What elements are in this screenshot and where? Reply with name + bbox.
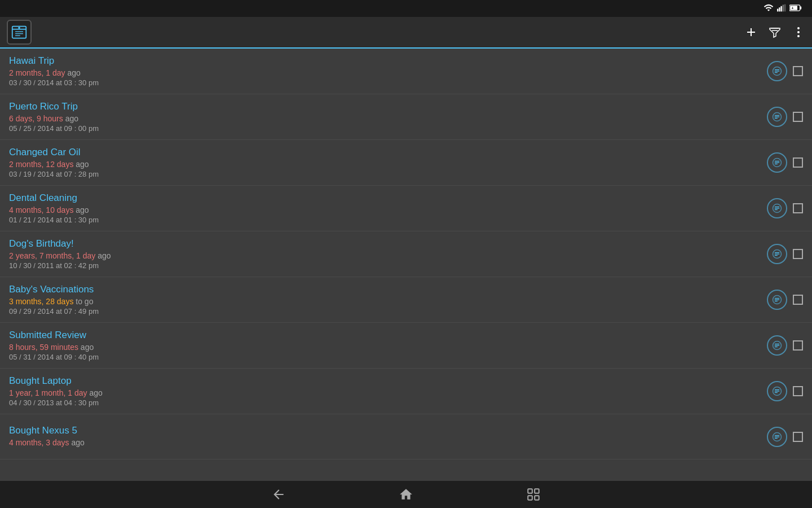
event-actions (767, 381, 803, 401)
back-button[interactable] (271, 487, 286, 502)
relative-suffix: ago (89, 388, 102, 397)
event-item-3[interactable]: Changed Car Oil 2 months, 12 days ago 03… (0, 140, 812, 186)
svg-point-14 (18, 27, 20, 29)
relative-highlight: 8 hours, 59 minutes (9, 343, 78, 352)
svg-rect-0 (777, 8, 778, 11)
relative-suffix: ago (65, 114, 78, 123)
relative-highlight: 4 months, 3 days (9, 438, 69, 447)
event-actions (767, 335, 803, 356)
event-checkbox-5[interactable] (793, 249, 803, 259)
notes-button-2[interactable] (767, 107, 787, 127)
event-checkbox-1[interactable] (793, 66, 803, 76)
event-title: Baby's Vaccinations (9, 284, 760, 295)
event-title: Bought Laptop (9, 375, 760, 387)
event-actions (767, 107, 803, 127)
event-item-8[interactable]: Bought Laptop 1 year, 1 month, 1 day ago… (0, 369, 812, 414)
bottom-nav (0, 481, 812, 508)
svg-rect-56 (528, 489, 532, 493)
svg-text:+: + (791, 6, 793, 10)
event-title: Bought Nexus 5 (9, 425, 760, 436)
event-item-1[interactable]: Hawai Trip 2 months, 1 day ago 03 / 30 /… (0, 49, 812, 94)
notes-button-9[interactable] (767, 427, 787, 447)
event-datetime: 09 / 29 / 2014 at 07 : 49 pm (9, 307, 760, 316)
svg-rect-58 (535, 496, 539, 500)
svg-rect-1 (779, 7, 780, 11)
event-item-7[interactable]: Submitted Review 8 hours, 59 minutes ago… (0, 323, 812, 369)
event-actions (767, 290, 803, 310)
svg-point-19 (797, 35, 800, 37)
relative-suffix: ago (68, 68, 81, 77)
notes-button-1[interactable] (767, 61, 787, 81)
event-datetime: 03 / 30 / 2014 at 03 : 30 pm (9, 78, 760, 87)
event-relative-time: 6 days, 9 hours ago (9, 114, 760, 123)
relative-suffix: ago (81, 343, 94, 352)
relative-highlight: 1 year, 1 month, 1 day (9, 388, 87, 397)
filter-button[interactable] (768, 25, 782, 39)
event-checkbox-7[interactable] (793, 340, 803, 351)
svg-rect-2 (780, 6, 782, 11)
relative-highlight: 6 days, 9 hours (9, 114, 63, 123)
notes-button-7[interactable] (767, 335, 787, 356)
event-checkbox-6[interactable] (793, 295, 803, 305)
relative-highlight: 4 months, 10 days (9, 205, 73, 214)
svg-rect-3 (783, 5, 784, 11)
event-datetime: 05 / 25 / 2014 at 09 : 00 pm (9, 124, 760, 133)
notes-button-5[interactable] (767, 244, 787, 264)
event-actions (767, 61, 803, 81)
event-info: Bought Nexus 5 4 months, 3 days ago (9, 425, 760, 448)
svg-rect-59 (528, 496, 532, 500)
notes-button-3[interactable] (767, 152, 787, 173)
event-actions (767, 198, 803, 218)
event-title: Dental Cleaning (9, 192, 760, 204)
event-datetime: 05 / 31 / 2014 at 09 : 40 pm (9, 353, 760, 361)
event-relative-time: 4 months, 10 days ago (9, 205, 760, 214)
event-checkbox-8[interactable] (793, 386, 803, 396)
event-datetime: 01 / 21 / 2014 at 01 : 30 pm (9, 216, 760, 224)
battery-icon: + (789, 5, 802, 13)
event-relative-time: 8 hours, 59 minutes ago (9, 343, 760, 352)
event-item-9[interactable]: Bought Nexus 5 4 months, 3 days ago (0, 414, 812, 459)
event-checkbox-3[interactable] (793, 157, 803, 168)
events-list: Hawai Trip 2 months, 1 day ago 03 / 30 /… (0, 49, 812, 481)
event-title: Changed Car Oil (9, 147, 760, 158)
event-item-5[interactable]: Dog's Birthday! 2 years, 7 months, 1 day… (0, 231, 812, 277)
top-bar-actions (744, 25, 805, 39)
event-item-2[interactable]: Puerto Rico Trip 6 days, 9 hours ago 05 … (0, 94, 812, 140)
notes-button-8[interactable] (767, 381, 787, 401)
event-datetime: 10 / 30 / 2011 at 02 : 42 pm (9, 261, 760, 270)
event-checkbox-2[interactable] (793, 112, 803, 122)
event-item-6[interactable]: Baby's Vaccinations 3 months, 28 days to… (0, 277, 812, 323)
relative-suffix: ago (76, 205, 89, 214)
notes-button-4[interactable] (767, 198, 787, 218)
event-datetime: 04 / 30 / 2013 at 04 : 30 pm (9, 398, 760, 407)
status-bar: + (0, 0, 812, 17)
top-bar (0, 17, 812, 49)
event-checkbox-9[interactable] (793, 432, 803, 442)
recents-button[interactable] (526, 487, 541, 502)
event-info: Baby's Vaccinations 3 months, 28 days to… (9, 284, 760, 316)
event-actions (767, 427, 803, 447)
app-logo (7, 20, 32, 45)
svg-point-18 (797, 31, 800, 33)
event-title: Submitted Review (9, 330, 760, 341)
event-relative-time: 2 months, 12 days ago (9, 160, 760, 169)
more-options-button[interactable] (792, 25, 805, 39)
add-event-button[interactable] (744, 25, 758, 39)
notes-button-6[interactable] (767, 290, 787, 310)
event-title: Puerto Rico Trip (9, 101, 760, 112)
event-item-4[interactable]: Dental Cleaning 4 months, 10 days ago 01… (0, 186, 812, 231)
event-title: Hawai Trip (9, 55, 760, 67)
event-actions (767, 244, 803, 264)
event-info: Puerto Rico Trip 6 days, 9 hours ago 05 … (9, 101, 760, 133)
event-checkbox-4[interactable] (793, 203, 803, 213)
event-relative-time: 2 months, 1 day ago (9, 68, 760, 77)
event-relative-time: 2 years, 7 months, 1 day ago (9, 251, 760, 260)
relative-suffix: to go (76, 297, 93, 306)
relative-highlight: 2 months, 12 days (9, 160, 73, 169)
event-actions (767, 152, 803, 173)
svg-rect-6 (800, 6, 802, 9)
event-info: Submitted Review 8 hours, 59 minutes ago… (9, 330, 760, 361)
svg-rect-57 (535, 489, 539, 493)
home-button[interactable] (399, 487, 413, 502)
event-info: Bought Laptop 1 year, 1 month, 1 day ago… (9, 375, 760, 407)
